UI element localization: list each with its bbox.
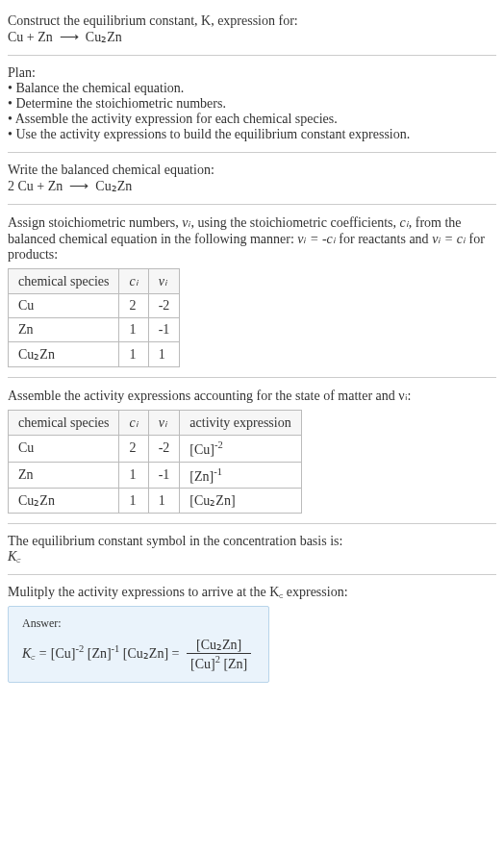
table-row: Cu₂Zn 1 1 [Cu₂Zn] <box>9 489 302 514</box>
c-header: cᵢ <box>129 274 138 289</box>
expr-base: [Cu] <box>189 442 214 457</box>
answer-box: Answer: K꜀ = [Cu]-2 [Zn]-1 [Cu₂Zn] = [Cu… <box>8 606 269 683</box>
plan-item: • Balance the chemical equation. <box>8 81 496 96</box>
col-header: chemical species <box>9 411 119 436</box>
cell-species: Zn <box>9 462 119 489</box>
divider <box>8 204 496 205</box>
reaction-arrow-icon: ⟶ <box>60 30 79 44</box>
reactants: 2 Cu + Zn <box>8 179 63 193</box>
cell-nu: 1 <box>148 489 180 514</box>
activity-table: chemical species cᵢ νᵢ activity expressi… <box>8 410 302 514</box>
col-header: activity expression <box>180 411 301 436</box>
col-header: cᵢ <box>119 269 148 294</box>
divider <box>8 152 496 153</box>
cell-c: 1 <box>119 342 148 367</box>
text: , using the stoichiometric coefficients, <box>190 215 399 230</box>
expr-sup: -2 <box>214 439 223 450</box>
plan-item: • Determine the stoichiometric numbers. <box>8 96 496 112</box>
expr-base: [Cu₂Zn] <box>189 493 235 508</box>
activity-block: Assemble the activity expressions accoun… <box>8 382 496 519</box>
kc-symbol: K꜀ <box>8 549 496 564</box>
divider <box>8 55 496 56</box>
expr-sup: -1 <box>214 466 222 477</box>
table-header-row: chemical species cᵢ νᵢ <box>9 269 180 294</box>
cell-nu: -1 <box>148 462 180 489</box>
c-header: cᵢ <box>129 415 138 430</box>
factor: [Zn]-1 <box>88 646 120 661</box>
activity-heading: Assemble the activity expressions accoun… <box>8 388 496 404</box>
answer-expression: K꜀ = [Cu]-2 [Zn]-1 [Cu₂Zn] = [Cu₂Zn] [Cu… <box>22 637 255 672</box>
relation: νᵢ = -cᵢ <box>297 232 336 246</box>
cell-c: 1 <box>119 462 148 489</box>
col-header: νᵢ <box>148 411 180 436</box>
stoich-table: chemical species cᵢ νᵢ Cu 2 -2 Zn 1 -1 C… <box>8 268 180 367</box>
table-row: Zn 1 -1 [Zn]-1 <box>9 462 302 489</box>
table-row: Zn 1 -1 <box>9 318 180 342</box>
sup: -1 <box>112 643 120 654</box>
table-header-row: chemical species cᵢ νᵢ activity expressi… <box>9 411 302 436</box>
col-header: cᵢ <box>119 411 148 436</box>
cell-species: Cu <box>9 294 119 318</box>
plan-item: • Assemble the activity expression for e… <box>8 112 496 127</box>
expr-base: [Zn] <box>189 468 214 483</box>
nu-header: νᵢ <box>159 274 167 289</box>
fraction: [Cu₂Zn] [Cu]2 [Zn] <box>187 637 251 672</box>
result-block: Mulitply the activity expressions to arr… <box>8 579 496 689</box>
sup: -2 <box>75 643 84 654</box>
cell-c: 2 <box>119 294 148 318</box>
nu-header: νᵢ <box>159 415 167 430</box>
base: [Cu] <box>51 646 76 661</box>
balanced-equation: 2 Cu + Zn ⟶ Cu₂Zn <box>8 178 496 194</box>
plan-item: • Use the activity expressions to build … <box>8 127 496 142</box>
base: [Zn] <box>223 657 247 671</box>
table-row: Cu 2 -2 <box>9 294 180 318</box>
multiply-heading: Mulitply the activity expressions to arr… <box>8 585 496 600</box>
plan-block: Plan: • Balance the chemical equation. •… <box>8 60 496 148</box>
symbol-block: The equilibrium constant symbol in the c… <box>8 528 496 570</box>
symbol-heading: The equilibrium constant symbol in the c… <box>8 534 496 549</box>
cell-c: 1 <box>119 318 148 342</box>
stoich-block: Assign stoichiometric numbers, νᵢ, using… <box>8 209 496 373</box>
table-row: Cu 2 -2 [Cu]-2 <box>9 436 302 463</box>
cell-nu: -2 <box>148 436 180 463</box>
cell-activity: [Cu₂Zn] <box>180 489 301 514</box>
c-symbol: cᵢ <box>400 215 409 230</box>
cell-activity: [Zn]-1 <box>180 462 301 489</box>
base: [Zn] <box>88 646 112 661</box>
numerator: [Cu₂Zn] <box>187 637 251 654</box>
reactants: Cu + Zn <box>8 30 53 44</box>
col-header: chemical species <box>9 269 119 294</box>
unbalanced-equation: Cu + Zn ⟶ Cu₂Zn <box>8 29 496 45</box>
divider <box>8 377 496 378</box>
col-header: νᵢ <box>148 269 180 294</box>
cell-species: Cu <box>9 436 119 463</box>
cell-nu: -1 <box>148 318 180 342</box>
question-title: Construct the equilibrium constant, K, e… <box>8 13 496 29</box>
question-block: Construct the equilibrium constant, K, e… <box>8 8 496 51</box>
kc-lhs: K꜀ = <box>22 646 51 661</box>
relation: νᵢ = cᵢ <box>432 232 466 246</box>
products: Cu₂Zn <box>86 30 122 44</box>
cell-nu: 1 <box>148 342 180 367</box>
text: Assign stoichiometric numbers, <box>8 215 182 230</box>
products: Cu₂Zn <box>95 179 132 193</box>
base: [Cu] <box>190 657 215 671</box>
title-pre: Construct the equilibrium constant, K, e… <box>8 13 298 28</box>
reaction-arrow-icon: ⟶ <box>69 179 88 193</box>
equals: = <box>172 646 183 661</box>
plan-heading: Plan: <box>8 65 496 81</box>
cell-nu: -2 <box>148 294 180 318</box>
divider <box>8 523 496 524</box>
cell-c: 2 <box>119 436 148 463</box>
stoich-explanation: Assign stoichiometric numbers, νᵢ, using… <box>8 214 496 263</box>
cell-species: Zn <box>9 318 119 342</box>
denominator: [Cu]2 [Zn] <box>187 654 251 672</box>
factor: [Cu]-2 <box>51 646 84 661</box>
cell-species: Cu₂Zn <box>9 342 119 367</box>
balanced-heading: Write the balanced chemical equation: <box>8 163 496 178</box>
text: for reactants and <box>336 232 432 246</box>
table-row: Cu₂Zn 1 1 <box>9 342 180 367</box>
sup: 2 <box>215 654 220 665</box>
divider <box>8 574 496 575</box>
factor: [Cu₂Zn] <box>123 646 168 661</box>
